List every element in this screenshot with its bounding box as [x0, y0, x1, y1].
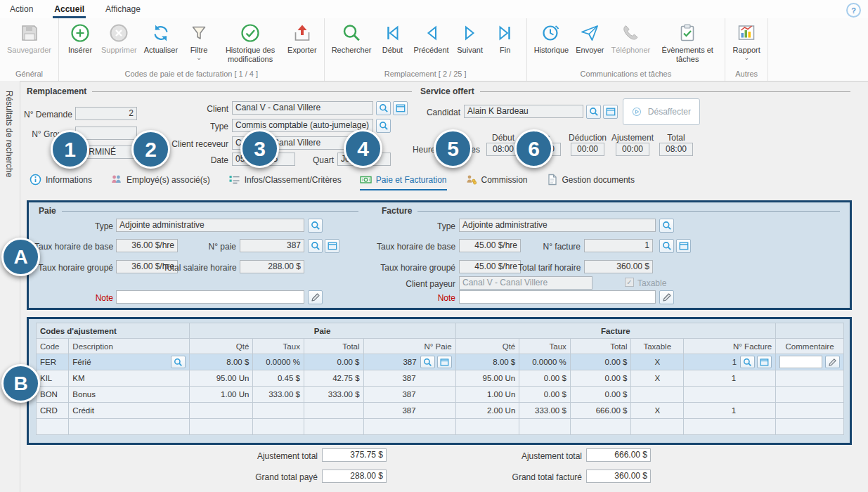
- cell-f-no[interactable]: 1: [684, 403, 776, 419]
- cell-description[interactable]: KM: [69, 370, 189, 387]
- cell-p-no[interactable]: 387: [363, 354, 455, 370]
- cell-f-taux[interactable]: 0.00 $: [519, 387, 571, 403]
- facture-note-field[interactable]: [459, 290, 656, 304]
- desaffecter-button[interactable]: Désaffecter: [623, 98, 700, 125]
- cell-commentaire[interactable]: [776, 354, 844, 370]
- cell-p-no[interactable]: 387: [363, 403, 455, 419]
- nav-first-button[interactable]: Début: [375, 20, 410, 55]
- cell-description[interactable]: Crédit: [69, 403, 189, 419]
- cell-code[interactable]: KIL: [37, 370, 69, 387]
- search-button[interactable]: Rechercher: [328, 20, 375, 55]
- client-open-window-button[interactable]: [393, 101, 408, 115]
- cell-commentaire[interactable]: [776, 403, 844, 419]
- cell-p-qte[interactable]: 8.00 $: [189, 354, 253, 370]
- cell-p-no[interactable]: 387: [363, 370, 455, 387]
- no-facture-open-window-button[interactable]: [676, 239, 691, 253]
- cell-f-qte[interactable]: 1.00 Un: [455, 387, 519, 403]
- adjustment-row-fer[interactable]: FER Férié 8.00 $ 0.0000 % 0.00 $ 387: [37, 354, 844, 370]
- cell-code[interactable]: BON: [37, 387, 69, 403]
- nav-previous-button[interactable]: Précédent: [410, 20, 452, 55]
- cell-p-taux[interactable]: 0.0000 %: [253, 354, 304, 370]
- cell-description[interactable]: Bonus: [69, 387, 189, 403]
- cell-f-no[interactable]: 1: [684, 370, 776, 387]
- candidat-search-button[interactable]: [586, 105, 601, 119]
- menu-action[interactable]: Action: [10, 4, 33, 14]
- cell-taxable[interactable]: [631, 387, 684, 403]
- cell-f-qte[interactable]: 8.00 $: [455, 354, 519, 370]
- tab-paie-et-facturation[interactable]: Paie et Facturation: [360, 174, 447, 190]
- open-window-icon[interactable]: [437, 356, 452, 368]
- tab-commission[interactable]: Commission: [465, 174, 528, 190]
- cell-commentaire[interactable]: [776, 370, 844, 387]
- cell-f-no[interactable]: [684, 387, 776, 403]
- paie-note-edit-button[interactable]: [308, 290, 323, 304]
- nav-last-button[interactable]: Fin: [488, 20, 523, 55]
- candidat-open-window-button[interactable]: [603, 105, 618, 119]
- cell-p-total[interactable]: [304, 403, 363, 419]
- cell-code[interactable]: FER: [37, 354, 69, 370]
- open-window-icon[interactable]: [757, 356, 772, 368]
- edit-pencil-icon[interactable]: [825, 356, 840, 368]
- no-paie-open-window-button[interactable]: [325, 239, 339, 253]
- no-paie-search-button[interactable]: [308, 239, 323, 253]
- filter-button[interactable]: Filtre ⌄: [181, 20, 216, 60]
- no-facture-search-button[interactable]: [659, 239, 674, 253]
- cell-taxable[interactable]: X: [631, 370, 684, 387]
- search-icon[interactable]: [420, 356, 435, 368]
- cell-f-taux[interactable]: 0.0000 %: [519, 354, 571, 370]
- help-icon[interactable]: ?: [846, 3, 861, 18]
- cell-f-total[interactable]: 0.00 $: [570, 354, 631, 370]
- cell-f-total[interactable]: 0.00 $: [570, 387, 631, 403]
- menu-affichage[interactable]: Affichage: [105, 4, 141, 14]
- search-icon[interactable]: [740, 356, 755, 368]
- facture-note-edit-button[interactable]: [659, 290, 674, 304]
- cell-p-qte[interactable]: 1.00 Un: [189, 387, 253, 403]
- refresh-button[interactable]: Actualiser: [141, 20, 181, 55]
- cell-p-taux[interactable]: [253, 403, 304, 419]
- cell-description[interactable]: Férié: [69, 354, 189, 370]
- menu-accueil[interactable]: Accueil: [54, 4, 84, 14]
- cell-taxable[interactable]: X: [631, 354, 684, 370]
- insert-button[interactable]: Insérer: [63, 20, 98, 55]
- cell-p-total[interactable]: 0.00 $: [304, 354, 363, 370]
- type-search-button[interactable]: [376, 119, 391, 133]
- cell-p-taux[interactable]: 333.00 $: [253, 387, 304, 403]
- export-button[interactable]: Exporter: [284, 20, 320, 55]
- cell-f-taux[interactable]: 0.00 $: [519, 370, 571, 387]
- sidebar-tab-resultats[interactable]: Résultats de recherche: [4, 91, 14, 177]
- client-search-button[interactable]: [376, 101, 391, 115]
- cell-f-taux[interactable]: 333.00 $: [519, 403, 571, 419]
- paie-type-search-button[interactable]: [308, 219, 323, 233]
- tab-employes-associes[interactable]: Employé(s) associé(s): [110, 174, 210, 190]
- search-icon[interactable]: [171, 356, 186, 368]
- cell-taxable[interactable]: X: [631, 403, 684, 419]
- adjustment-row-kil[interactable]: KIL KM 95.00 Un 0.45 $ 42.75 $ 387 95.00…: [37, 370, 844, 387]
- tab-infos-classement-criteres[interactable]: Infos/Classement/Critères: [228, 174, 342, 190]
- cell-p-no[interactable]: 387: [363, 387, 455, 403]
- adjustment-row-bon[interactable]: BON Bonus 1.00 Un 333.00 $ 333.00 $ 387 …: [37, 387, 844, 403]
- tab-informations[interactable]: Informations: [30, 174, 92, 190]
- cell-p-total[interactable]: 42.75 $: [304, 370, 363, 387]
- cell-f-qte[interactable]: 2.00 Un: [455, 403, 519, 419]
- cell-code[interactable]: CRD: [37, 403, 69, 419]
- facture-type-search-button[interactable]: [659, 219, 674, 233]
- nav-next-button[interactable]: Suivant: [453, 20, 488, 55]
- send-button[interactable]: Envoyer: [572, 20, 607, 55]
- cell-p-qte[interactable]: [189, 403, 253, 419]
- adjustment-row-empty[interactable]: [37, 419, 844, 435]
- modification-history-button[interactable]: Historique des modifications: [216, 20, 284, 63]
- communication-history-button[interactable]: Historique: [531, 20, 573, 55]
- cell-p-total[interactable]: 333.00 $: [304, 387, 363, 403]
- report-button[interactable]: Rapport ⌄: [729, 20, 764, 60]
- cell-f-qte[interactable]: 95.00 Un: [455, 370, 519, 387]
- cell-commentaire[interactable]: [776, 387, 844, 403]
- events-tasks-button[interactable]: Évènements et tâches: [654, 20, 721, 63]
- tab-gestion-documents[interactable]: Gestion documents: [546, 174, 635, 190]
- comment-field[interactable]: [779, 356, 822, 368]
- cell-p-qte[interactable]: 95.00 Un: [189, 370, 253, 387]
- adjustment-row-crd[interactable]: CRD Crédit 387 2.00 Un 333.00 $ 666.00 $…: [37, 403, 844, 419]
- cell-f-total[interactable]: 0.00 $: [570, 370, 631, 387]
- cell-f-no[interactable]: 1: [684, 354, 776, 370]
- paie-note-field[interactable]: [116, 290, 304, 304]
- cell-p-taux[interactable]: 0.45 $: [253, 370, 304, 387]
